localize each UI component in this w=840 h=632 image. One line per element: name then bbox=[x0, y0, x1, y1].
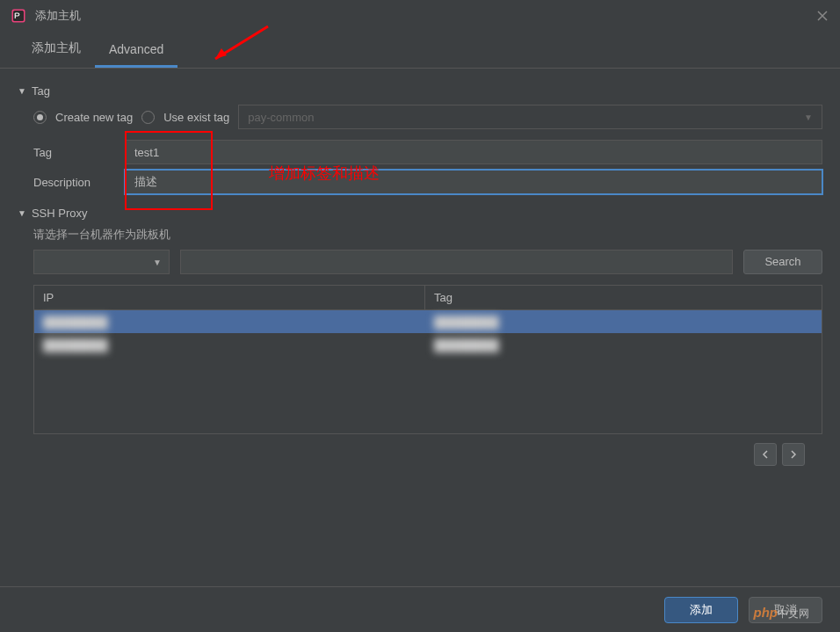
section-title-tag: Tag bbox=[32, 84, 50, 98]
radio-label-exist: Use exist tag bbox=[163, 111, 229, 124]
titlebar: 添加主机 bbox=[0, 0, 840, 32]
search-button[interactable]: Search bbox=[743, 250, 822, 274]
close-icon[interactable] bbox=[815, 9, 829, 23]
search-row: ▼ Search bbox=[33, 250, 822, 274]
search-input[interactable] bbox=[180, 250, 733, 274]
chevron-right-icon bbox=[789, 450, 798, 459]
chevron-down-icon: ▼ bbox=[153, 258, 162, 267]
th-ip[interactable]: IP bbox=[34, 286, 425, 309]
th-tag[interactable]: Tag bbox=[425, 291, 822, 304]
section-title-ssh: SSH Proxy bbox=[32, 207, 88, 220]
table-row[interactable]: ████████ ████████ bbox=[34, 310, 822, 333]
dialog-footer: 添加 取消 bbox=[0, 586, 840, 632]
app-icon bbox=[11, 8, 26, 24]
form-row-tag: Tag bbox=[33, 140, 822, 164]
table-header: IP Tag bbox=[34, 286, 822, 310]
chevron-down-icon: ▼ bbox=[804, 113, 813, 122]
ssh-hint: 请选择一台机器作为跳板机 bbox=[33, 227, 822, 243]
window-title: 添加主机 bbox=[35, 8, 815, 24]
chevron-left-icon bbox=[761, 450, 770, 459]
table-row[interactable]: ████████ ████████ bbox=[34, 333, 822, 356]
section-header-ssh[interactable]: ▼ SSH Proxy bbox=[18, 207, 822, 220]
tab-basic[interactable]: 添加主机 bbox=[18, 32, 95, 68]
content-area: ▼ Tag Create new tag Use exist tag pay-c… bbox=[0, 69, 840, 476]
cell-tag: ████████ bbox=[425, 338, 822, 352]
pager-prev-button[interactable] bbox=[754, 443, 777, 466]
radio-use-exist-tag[interactable] bbox=[141, 111, 155, 124]
pager-next-button[interactable] bbox=[782, 443, 805, 466]
radio-label-create: Create new tag bbox=[55, 111, 133, 124]
cell-tag: ████████ bbox=[425, 316, 822, 329]
cell-ip: ████████ bbox=[34, 338, 425, 352]
input-tag[interactable] bbox=[125, 140, 822, 164]
table-body: ████████ ████████ ████████ ████████ bbox=[34, 310, 822, 433]
section-header-tag[interactable]: ▼ Tag bbox=[18, 84, 822, 98]
radio-create-new-tag[interactable] bbox=[33, 111, 47, 124]
add-button[interactable]: 添加 bbox=[664, 597, 738, 623]
triangle-icon: ▼ bbox=[18, 208, 26, 218]
dropdown-exist-tag: pay-common ▼ bbox=[238, 105, 822, 129]
cell-ip: ████████ bbox=[34, 316, 425, 329]
input-description[interactable] bbox=[125, 170, 822, 194]
label-tag: Tag bbox=[33, 146, 112, 159]
form-row-description: Description bbox=[33, 170, 822, 194]
host-table: IP Tag ████████ ████████ ████████ ██████… bbox=[33, 285, 822, 434]
triangle-icon: ▼ bbox=[18, 86, 26, 96]
filter-combo[interactable]: ▼ bbox=[33, 250, 170, 274]
dropdown-value: pay-common bbox=[248, 111, 314, 124]
pager bbox=[18, 443, 805, 466]
tabs: 添加主机 Advanced bbox=[0, 32, 840, 69]
radio-row-tag: Create new tag Use exist tag pay-common … bbox=[33, 105, 822, 129]
tab-advanced[interactable]: Advanced bbox=[95, 33, 177, 68]
arrow-annotation bbox=[202, 22, 272, 69]
cancel-button[interactable]: 取消 bbox=[749, 597, 822, 623]
label-description: Description bbox=[33, 176, 112, 189]
